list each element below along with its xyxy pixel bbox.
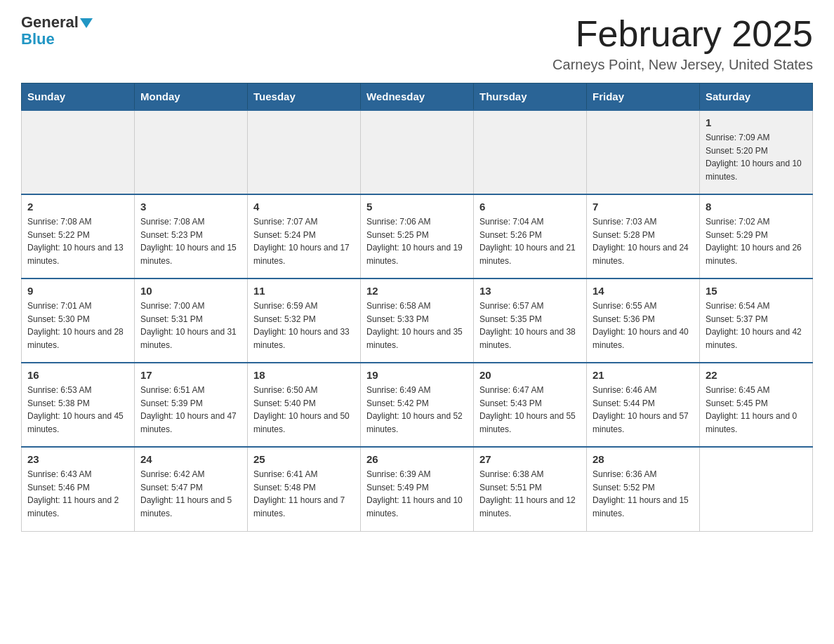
day-number: 27 <box>479 453 581 465</box>
calendar-day-cell: 8Sunrise: 7:02 AMSunset: 5:29 PMDaylight… <box>700 194 813 279</box>
day-number: 20 <box>479 369 581 381</box>
calendar-day-cell: 20Sunrise: 6:47 AMSunset: 5:43 PMDayligh… <box>474 363 587 447</box>
day-info: Sunrise: 6:49 AMSunset: 5:42 PMDaylight:… <box>366 384 468 436</box>
page-header: GeneralBlue February 2025 Carneys Point,… <box>21 14 813 73</box>
calendar-day-cell <box>361 110 474 194</box>
day-info: Sunrise: 7:02 AMSunset: 5:29 PMDaylight:… <box>706 215 807 267</box>
calendar-day-cell: 7Sunrise: 7:03 AMSunset: 5:28 PMDaylight… <box>587 194 700 279</box>
day-number: 12 <box>366 285 468 297</box>
day-number: 23 <box>27 453 128 465</box>
day-info: Sunrise: 6:59 AMSunset: 5:32 PMDaylight:… <box>253 300 355 351</box>
logo-area: GeneralBlue <box>21 14 93 48</box>
day-info: Sunrise: 6:53 AMSunset: 5:38 PMDaylight:… <box>27 384 128 436</box>
calendar-day-cell <box>248 110 361 194</box>
calendar-day-cell: 22Sunrise: 6:45 AMSunset: 5:45 PMDayligh… <box>700 363 813 447</box>
weekday-header-row: SundayMondayTuesdayWednesdayThursdayFrid… <box>22 83 813 111</box>
calendar-day-cell: 13Sunrise: 6:57 AMSunset: 5:35 PMDayligh… <box>474 279 587 363</box>
calendar-week-row: 2Sunrise: 7:08 AMSunset: 5:22 PMDaylight… <box>22 194 813 279</box>
calendar-day-cell <box>700 447 813 531</box>
day-number: 7 <box>593 201 694 213</box>
calendar-day-cell <box>587 110 700 194</box>
calendar-day-cell: 2Sunrise: 7:08 AMSunset: 5:22 PMDaylight… <box>22 194 135 279</box>
day-info: Sunrise: 6:39 AMSunset: 5:49 PMDaylight:… <box>366 468 468 520</box>
day-number: 2 <box>27 201 128 213</box>
day-number: 24 <box>140 453 241 465</box>
day-number: 10 <box>140 285 241 297</box>
calendar-day-cell: 11Sunrise: 6:59 AMSunset: 5:32 PMDayligh… <box>248 279 361 363</box>
calendar-day-cell: 9Sunrise: 7:01 AMSunset: 5:30 PMDaylight… <box>22 279 135 363</box>
day-number: 16 <box>27 369 128 381</box>
weekday-header-tuesday: Tuesday <box>248 83 361 111</box>
day-info: Sunrise: 6:41 AMSunset: 5:48 PMDaylight:… <box>253 468 355 520</box>
calendar-week-row: 1Sunrise: 7:09 AMSunset: 5:20 PMDaylight… <box>22 110 813 194</box>
day-info: Sunrise: 6:47 AMSunset: 5:43 PMDaylight:… <box>479 384 581 436</box>
day-info: Sunrise: 6:45 AMSunset: 5:45 PMDaylight:… <box>706 384 807 436</box>
weekday-header-thursday: Thursday <box>474 83 587 111</box>
calendar-day-cell: 3Sunrise: 7:08 AMSunset: 5:23 PMDaylight… <box>135 194 248 279</box>
day-number: 28 <box>593 453 694 465</box>
calendar-day-cell: 21Sunrise: 6:46 AMSunset: 5:44 PMDayligh… <box>587 363 700 447</box>
day-info: Sunrise: 6:51 AMSunset: 5:39 PMDaylight:… <box>140 384 241 436</box>
day-info: Sunrise: 6:46 AMSunset: 5:44 PMDaylight:… <box>593 384 694 436</box>
day-info: Sunrise: 6:57 AMSunset: 5:35 PMDaylight:… <box>479 300 581 351</box>
day-info: Sunrise: 6:50 AMSunset: 5:40 PMDaylight:… <box>253 384 355 436</box>
day-info: Sunrise: 7:07 AMSunset: 5:24 PMDaylight:… <box>253 215 355 267</box>
day-number: 6 <box>479 201 581 213</box>
calendar-day-cell: 25Sunrise: 6:41 AMSunset: 5:48 PMDayligh… <box>248 447 361 531</box>
title-area: February 2025 Carneys Point, New Jersey,… <box>552 14 813 73</box>
calendar-week-row: 9Sunrise: 7:01 AMSunset: 5:30 PMDaylight… <box>22 279 813 363</box>
weekday-header-saturday: Saturday <box>700 83 813 111</box>
day-info: Sunrise: 6:54 AMSunset: 5:37 PMDaylight:… <box>706 300 807 351</box>
calendar-table: SundayMondayTuesdayWednesdayThursdayFrid… <box>21 83 813 532</box>
day-number: 22 <box>706 369 807 381</box>
day-info: Sunrise: 7:06 AMSunset: 5:25 PMDaylight:… <box>366 215 468 267</box>
day-number: 13 <box>479 285 581 297</box>
day-number: 1 <box>706 116 807 128</box>
weekday-header-monday: Monday <box>135 83 248 111</box>
calendar-day-cell: 28Sunrise: 6:36 AMSunset: 5:52 PMDayligh… <box>587 447 700 531</box>
logo: GeneralBlue <box>21 14 93 48</box>
logo-text: GeneralBlue <box>21 13 93 48</box>
day-info: Sunrise: 7:00 AMSunset: 5:31 PMDaylight:… <box>140 300 241 351</box>
day-number: 4 <box>253 201 355 213</box>
day-number: 17 <box>140 369 241 381</box>
day-number: 3 <box>140 201 241 213</box>
logo-triangle-icon <box>80 18 93 28</box>
day-number: 11 <box>253 285 355 297</box>
calendar-day-cell: 1Sunrise: 7:09 AMSunset: 5:20 PMDaylight… <box>700 110 813 194</box>
calendar-day-cell <box>474 110 587 194</box>
calendar-week-row: 23Sunrise: 6:43 AMSunset: 5:46 PMDayligh… <box>22 447 813 531</box>
calendar-day-cell: 14Sunrise: 6:55 AMSunset: 5:36 PMDayligh… <box>587 279 700 363</box>
calendar-week-row: 16Sunrise: 6:53 AMSunset: 5:38 PMDayligh… <box>22 363 813 447</box>
calendar-day-cell: 16Sunrise: 6:53 AMSunset: 5:38 PMDayligh… <box>22 363 135 447</box>
calendar-header: SundayMondayTuesdayWednesdayThursdayFrid… <box>22 83 813 111</box>
day-number: 5 <box>366 201 468 213</box>
day-info: Sunrise: 6:38 AMSunset: 5:51 PMDaylight:… <box>479 468 581 520</box>
calendar-day-cell: 12Sunrise: 6:58 AMSunset: 5:33 PMDayligh… <box>361 279 474 363</box>
calendar-day-cell: 26Sunrise: 6:39 AMSunset: 5:49 PMDayligh… <box>361 447 474 531</box>
day-number: 9 <box>27 285 128 297</box>
day-info: Sunrise: 7:08 AMSunset: 5:22 PMDaylight:… <box>27 215 128 267</box>
day-info: Sunrise: 6:36 AMSunset: 5:52 PMDaylight:… <box>593 468 694 520</box>
day-number: 18 <box>253 369 355 381</box>
day-info: Sunrise: 7:09 AMSunset: 5:20 PMDaylight:… <box>706 131 807 183</box>
day-info: Sunrise: 7:01 AMSunset: 5:30 PMDaylight:… <box>27 300 128 351</box>
weekday-header-friday: Friday <box>587 83 700 111</box>
calendar-body: 1Sunrise: 7:09 AMSunset: 5:20 PMDaylight… <box>22 110 813 531</box>
calendar-day-cell: 6Sunrise: 7:04 AMSunset: 5:26 PMDaylight… <box>474 194 587 279</box>
location-subtitle: Carneys Point, New Jersey, United States <box>552 57 813 73</box>
weekday-header-wednesday: Wednesday <box>361 83 474 111</box>
calendar-day-cell: 5Sunrise: 7:06 AMSunset: 5:25 PMDaylight… <box>361 194 474 279</box>
calendar-day-cell: 27Sunrise: 6:38 AMSunset: 5:51 PMDayligh… <box>474 447 587 531</box>
calendar-day-cell: 4Sunrise: 7:07 AMSunset: 5:24 PMDaylight… <box>248 194 361 279</box>
day-number: 19 <box>366 369 468 381</box>
weekday-header-sunday: Sunday <box>22 83 135 111</box>
day-info: Sunrise: 6:58 AMSunset: 5:33 PMDaylight:… <box>366 300 468 351</box>
calendar-day-cell <box>22 110 135 194</box>
calendar-day-cell: 17Sunrise: 6:51 AMSunset: 5:39 PMDayligh… <box>135 363 248 447</box>
day-info: Sunrise: 7:08 AMSunset: 5:23 PMDaylight:… <box>140 215 241 267</box>
day-info: Sunrise: 6:42 AMSunset: 5:47 PMDaylight:… <box>140 468 241 520</box>
month-title: February 2025 <box>552 14 813 54</box>
calendar-day-cell: 15Sunrise: 6:54 AMSunset: 5:37 PMDayligh… <box>700 279 813 363</box>
day-info: Sunrise: 7:04 AMSunset: 5:26 PMDaylight:… <box>479 215 581 267</box>
